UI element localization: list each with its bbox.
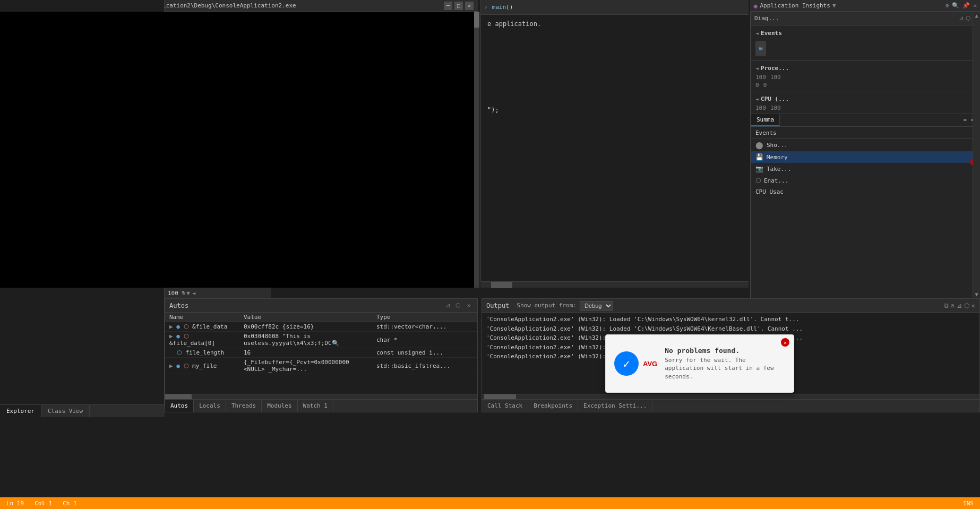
code-line-2: "); <box>487 105 742 115</box>
process-val-0: 0 <box>755 82 759 89</box>
summary-tab[interactable]: Summa <box>751 114 780 126</box>
console-scrollbar[interactable] <box>474 12 479 288</box>
enable-label: Enat... <box>764 177 788 184</box>
show-row: ⬤ Sho... <box>751 139 980 151</box>
row3-name: ⬡ file_length <box>165 348 239 358</box>
code-h-scrollbar[interactable] <box>480 281 749 288</box>
code-line-1: e application. <box>487 19 742 29</box>
diag-expand-icon[interactable]: ⬡ <box>966 15 971 22</box>
diag-pin-icon[interactable]: 📌 <box>962 2 970 9</box>
autos-tab-threads[interactable]: Threads <box>226 400 262 412</box>
enable-row: ⬡ Enat... <box>751 175 980 186</box>
zoom-dropdown-icon[interactable]: ▼ <box>186 290 190 297</box>
row2-expand[interactable]: ▶ <box>169 333 173 340</box>
maximize-button[interactable]: □ <box>454 2 463 10</box>
events-section: ◄ Events ⊞ <box>751 25 980 61</box>
take-snapshot-row: 📷 Take... <box>751 163 980 175</box>
zoom-arrow-left[interactable]: ◄ <box>192 290 196 297</box>
status-ins: INS <box>963 500 974 507</box>
row2-value: 0x03048608 "This is useless.yyyyäl\x4\x3… <box>239 332 372 348</box>
app-insights-icon: ◆ <box>753 2 758 10</box>
output-line-2: 'ConsoleApplication2.exe' (Win32): Loade… <box>486 324 975 334</box>
table-row: ▶ ● ⬡ my_file {_Filebuffer={_Pcvt=0x0000… <box>165 358 477 374</box>
autos-expand-btn[interactable]: ⬡ <box>454 301 462 310</box>
diag-title: Diag... <box>754 15 779 22</box>
diag-header: Diag... ⊿ ⬡ ✕ <box>751 12 980 25</box>
output-copy-icon[interactable]: ⧉ <box>944 302 949 309</box>
avg-logo-text: AVG <box>643 360 657 368</box>
autos-col-type: Type <box>372 313 477 322</box>
explorer-tab[interactable]: Explorer <box>0 405 41 417</box>
row3-value: 16 <box>239 348 372 358</box>
minimize-button[interactable]: ─ <box>444 2 452 10</box>
row1-expand[interactable]: ▶ <box>169 323 173 330</box>
scroll-up-icon[interactable]: ▲ <box>975 13 978 19</box>
output-expand-icon[interactable]: ⬡ <box>964 302 969 309</box>
output-close-icon[interactable]: ✕ <box>972 302 975 309</box>
output-clear-icon[interactable]: ⊘ <box>951 302 955 309</box>
row4-icon: ● <box>176 363 180 369</box>
row1-type: std::vector<char,... <box>372 322 477 332</box>
scroll-down-icon[interactable]: ▼ <box>975 291 978 297</box>
diag-scrollbar[interactable]: ▲ ▼ <box>973 12 980 298</box>
editor-breadcrumb-arrow: › <box>484 4 488 11</box>
output-pin-icon[interactable]: ⊿ <box>957 302 962 309</box>
output-tab-exceptions[interactable]: Exception Setti... <box>578 400 652 412</box>
diag-search-icon[interactable]: 🔍 <box>952 2 959 9</box>
console-scrollbar-thumb[interactable] <box>474 12 479 28</box>
avg-check-icon: ✓ <box>614 351 639 376</box>
output-header-controls: ⧉ ⊘ ⊿ ⬡ ✕ <box>944 302 975 309</box>
avg-logo-area: ✓ AVG <box>614 351 657 376</box>
diag-chevron-right[interactable]: ► <box>961 114 969 125</box>
output-tab-breakpoints[interactable]: Breakpoints <box>528 400 578 412</box>
app-insights-dropdown[interactable]: ▼ <box>832 2 836 9</box>
camera-icon: 📷 <box>755 165 763 172</box>
events-title: ◄ Events <box>755 28 976 39</box>
events-icon-row: ⊞ <box>755 39 976 58</box>
close-button[interactable]: ✕ <box>465 2 474 10</box>
events-icon: ⊞ <box>755 41 766 56</box>
explorer-tabs-bar: Explorer Class View <box>0 404 165 417</box>
summary-tabs: Summa ► ► <box>751 114 980 127</box>
autos-title: Autos <box>169 302 188 309</box>
autos-table: Name Value Type ▶ ● ⬡ &file_data 0x00cff… <box>165 313 477 374</box>
output-source-select[interactable]: Debug <box>580 301 613 310</box>
output-h-scrollbar[interactable] <box>482 394 979 399</box>
status-bar: Ln 19 Col 1 Ch 1 INS <box>0 497 980 509</box>
cpu-val-100: 100 <box>755 105 766 111</box>
zoom-bar: 100 % ▼ ◄ <box>165 288 271 298</box>
autos-tab-autos[interactable]: Autos <box>165 400 194 412</box>
code-h-scrollbar-thumb[interactable] <box>491 282 512 288</box>
autos-pin-btn[interactable]: ⊿ <box>443 301 452 310</box>
row4-expand[interactable]: ▶ <box>169 363 173 369</box>
autos-tab-locals[interactable]: Locals <box>194 400 226 412</box>
events-grid-icon: ⊞ <box>759 45 762 52</box>
cpu-section: ◄ CPU (... 100 100 <box>751 91 980 114</box>
diag-pin-icon2[interactable]: ⊿ <box>959 15 964 22</box>
autos-tab-modules[interactable]: Modules <box>262 400 297 412</box>
cpu-usage-row: CPU Usac <box>751 186 980 197</box>
row2-type: char * <box>372 332 477 348</box>
row1-icon: ● <box>176 323 180 330</box>
row2-icon2: ⬡ <box>184 333 189 340</box>
console-window <box>0 12 478 288</box>
diag-close-icon[interactable]: ✕ <box>973 2 977 9</box>
diag-gear-icon[interactable]: ⚙ <box>945 2 949 9</box>
memory-icon: 💾 <box>755 153 763 161</box>
status-ln: Ln 19 <box>6 500 24 507</box>
autos-h-scrollbar[interactable] <box>165 394 477 399</box>
output-tab-callstack[interactable]: Call Stack <box>482 400 528 412</box>
avg-close-button[interactable]: ✕ <box>781 338 789 347</box>
cpu-val-100b: 100 <box>770 105 781 111</box>
code-content: e application. "); <box>481 15 749 119</box>
autos-close-btn[interactable]: ✕ <box>465 301 473 310</box>
class-view-tab[interactable]: Class View <box>41 405 90 417</box>
autos-col-value: Value <box>239 313 372 322</box>
show-circle-icon: ⬤ <box>755 141 763 149</box>
autos-tab-watch1[interactable]: Watch 1 <box>298 400 333 412</box>
row1-name: ▶ ● ⬡ &file_data <box>165 322 239 332</box>
memory-row[interactable]: 💾 Memory <box>751 151 980 163</box>
avg-text-area: No problems found. Sorry for the wait. T… <box>665 347 785 381</box>
autos-panel: Autos ⊿ ⬡ ✕ Name Value Type ▶ ● ⬡ &file_… <box>165 298 478 412</box>
avg-notification: ✕ ✓ AVG No problems found. Sorry for the… <box>605 334 794 393</box>
